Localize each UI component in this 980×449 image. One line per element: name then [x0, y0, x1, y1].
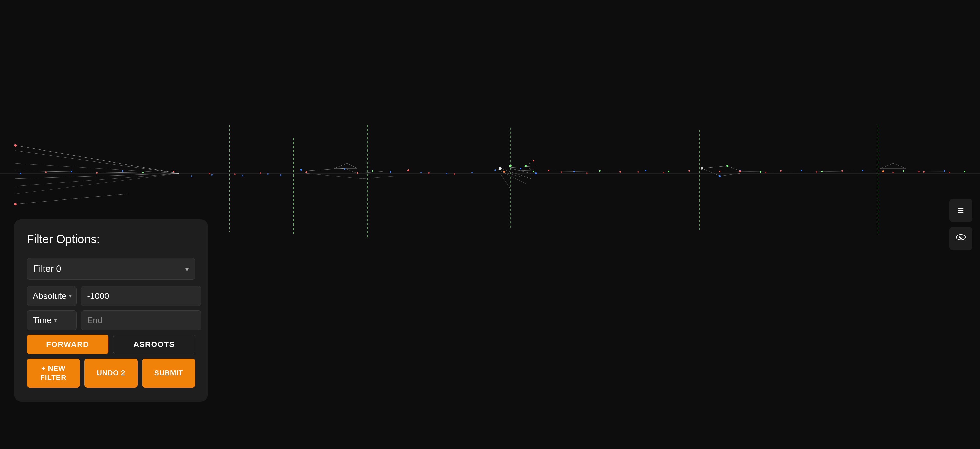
svg-point-32 — [300, 169, 302, 171]
svg-point-72 — [780, 170, 782, 172]
absolute-label: Absolute — [33, 291, 66, 301]
vertical-dotted-lines — [230, 125, 878, 237]
svg-line-82 — [702, 166, 727, 168]
svg-point-54 — [668, 171, 670, 173]
svg-line-59 — [500, 173, 511, 189]
svg-point-10 — [14, 203, 17, 205]
svg-point-114 — [948, 172, 950, 173]
filter-dropdown[interactable]: Filter 0 ▾ — [27, 258, 195, 279]
svg-point-33 — [305, 171, 307, 173]
asroots-button[interactable]: ASROOTS — [113, 335, 195, 354]
svg-line-24 — [306, 168, 345, 171]
svg-point-98 — [420, 172, 422, 173]
svg-line-27 — [306, 173, 363, 179]
svg-point-108 — [637, 171, 639, 173]
svg-point-52 — [619, 171, 621, 173]
svg-point-47 — [509, 165, 512, 167]
svg-line-61 — [526, 161, 533, 166]
action-row: FORWARD ASROOTS — [27, 335, 195, 354]
svg-line-41 — [503, 172, 523, 177]
svg-line-84 — [720, 173, 740, 176]
svg-point-13 — [71, 171, 72, 172]
svg-point-102 — [234, 173, 235, 175]
middle-cluster — [300, 163, 409, 179]
eye-button[interactable] — [950, 227, 972, 250]
svg-point-100 — [471, 172, 473, 173]
svg-line-67 — [791, 171, 868, 172]
svg-point-95 — [242, 175, 243, 176]
svg-line-58 — [500, 171, 526, 184]
svg-point-117 — [960, 237, 961, 238]
svg-line-56 — [500, 166, 536, 168]
svg-line-5 — [15, 173, 179, 179]
svg-point-96 — [267, 173, 269, 175]
svg-line-26 — [357, 171, 383, 173]
svg-point-43 — [494, 170, 496, 171]
svg-line-83 — [702, 168, 720, 176]
absolute-arrow-icon: ▾ — [69, 293, 72, 300]
svg-point-97 — [280, 174, 282, 176]
svg-point-62 — [499, 167, 502, 170]
svg-line-28 — [363, 176, 396, 179]
svg-point-12 — [45, 171, 47, 173]
svg-point-88 — [719, 175, 721, 177]
svg-point-37 — [390, 171, 391, 173]
svg-point-79 — [923, 171, 924, 173]
svg-point-78 — [903, 170, 904, 172]
svg-point-74 — [821, 171, 822, 173]
svg-point-110 — [765, 172, 767, 173]
svg-line-91 — [893, 163, 906, 168]
svg-point-89 — [739, 170, 741, 173]
svg-line-90 — [880, 163, 893, 168]
svg-line-2 — [15, 151, 179, 173]
absolute-filter-row: Absolute ▾ — [27, 286, 195, 306]
svg-point-109 — [663, 172, 664, 173]
undo-button[interactable]: UNDO 2 — [84, 359, 138, 387]
filter-dropdown-row: Filter 0 ▾ — [27, 258, 195, 279]
svg-point-112 — [892, 172, 894, 173]
svg-line-8 — [15, 194, 127, 204]
svg-point-111 — [816, 171, 818, 173]
absolute-value-input[interactable] — [81, 286, 201, 306]
right-icon-panel: ≡ — [950, 199, 972, 250]
submit-button[interactable]: SUBMIT — [142, 359, 195, 387]
svg-line-25 — [345, 168, 357, 173]
svg-point-73 — [800, 170, 802, 171]
menu-button[interactable]: ≡ — [950, 199, 972, 222]
svg-point-80 — [943, 170, 945, 172]
svg-point-64 — [535, 173, 537, 175]
absolute-type-button[interactable]: Absolute ▾ — [27, 286, 76, 306]
time-value-input[interactable] — [81, 311, 201, 330]
svg-line-29 — [334, 163, 347, 168]
svg-point-65 — [533, 160, 534, 162]
svg-point-16 — [142, 172, 144, 173]
svg-line-66 — [710, 171, 791, 172]
chevron-down-icon: ▾ — [185, 265, 189, 273]
svg-line-1 — [15, 145, 179, 173]
svg-point-107 — [586, 173, 588, 174]
svg-point-87 — [726, 165, 729, 167]
svg-line-60 — [526, 166, 536, 173]
svg-point-34 — [344, 168, 345, 170]
svg-line-6 — [15, 173, 179, 186]
svg-point-75 — [842, 170, 843, 172]
new-filter-button[interactable]: + NEW FILTER — [27, 359, 80, 387]
svg-point-51 — [599, 170, 600, 172]
svg-point-81 — [964, 171, 966, 172]
svg-point-50 — [573, 171, 575, 172]
svg-point-69 — [719, 171, 721, 172]
svg-line-30 — [347, 163, 357, 168]
forward-button[interactable]: FORWARD — [27, 335, 108, 354]
svg-point-105 — [453, 173, 455, 175]
time-type-button[interactable]: Time ▾ — [27, 311, 76, 330]
menu-icon: ≡ — [958, 204, 964, 217]
svg-point-45 — [520, 168, 522, 169]
bottom-row: + NEW FILTER UNDO 2 SUBMIT — [27, 359, 195, 387]
filter-panel: Filter Options: Filter 0 ▾ Absolute ▾ Ti… — [14, 219, 208, 401]
svg-line-39 — [498, 170, 536, 171]
time-arrow-icon: ▾ — [54, 317, 57, 324]
svg-point-99 — [446, 173, 447, 174]
svg-point-55 — [688, 170, 690, 172]
svg-point-11 — [20, 173, 21, 174]
svg-point-36 — [372, 170, 373, 172]
